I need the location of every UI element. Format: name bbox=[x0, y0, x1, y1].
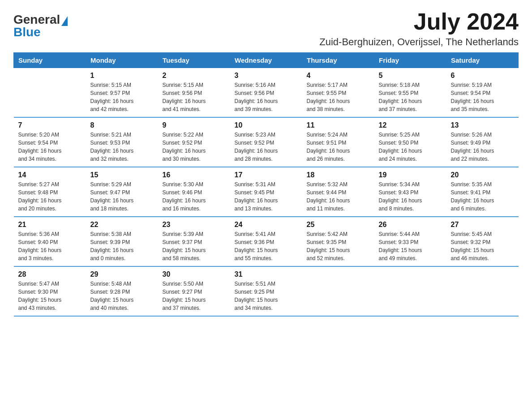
calendar-cell: 7Sunrise: 5:20 AMSunset: 9:54 PMDaylight… bbox=[14, 117, 86, 167]
day-number: 4 bbox=[307, 72, 370, 80]
calendar-cell: 22Sunrise: 5:38 AMSunset: 9:39 PMDayligh… bbox=[86, 217, 158, 266]
day-info: Sunrise: 5:20 AMSunset: 9:54 PMDaylight:… bbox=[18, 131, 82, 163]
calendar-cell: 31Sunrise: 5:51 AMSunset: 9:25 PMDayligh… bbox=[230, 266, 302, 316]
day-info: Sunrise: 5:39 AMSunset: 9:37 PMDaylight:… bbox=[163, 230, 226, 262]
calendar-cell: 25Sunrise: 5:42 AMSunset: 9:35 PMDayligh… bbox=[302, 217, 374, 266]
calendar-cell: 28Sunrise: 5:47 AMSunset: 9:30 PMDayligh… bbox=[14, 266, 86, 316]
day-info: Sunrise: 5:48 AMSunset: 9:28 PMDaylight:… bbox=[90, 280, 154, 312]
calendar-cell: 3Sunrise: 5:16 AMSunset: 9:56 PMDaylight… bbox=[230, 68, 302, 118]
calendar-table: SundayMondayTuesdayWednesdayThursdayFrid… bbox=[13, 52, 519, 317]
day-number: 9 bbox=[163, 121, 226, 129]
calendar-cell bbox=[374, 266, 446, 316]
header-monday: Monday bbox=[86, 53, 158, 68]
calendar-cell: 4Sunrise: 5:17 AMSunset: 9:55 PMDaylight… bbox=[302, 68, 374, 118]
day-number: 10 bbox=[235, 121, 298, 129]
day-number: 26 bbox=[379, 221, 442, 229]
day-number: 20 bbox=[451, 171, 514, 179]
day-info: Sunrise: 5:27 AMSunset: 9:48 PMDaylight:… bbox=[18, 180, 82, 213]
header-friday: Friday bbox=[374, 53, 446, 68]
day-number: 12 bbox=[379, 121, 442, 129]
location-subtitle: Zuid-Berghuizen, Overijssel, The Netherl… bbox=[319, 36, 519, 48]
calendar-cell: 19Sunrise: 5:34 AMSunset: 9:43 PMDayligh… bbox=[374, 167, 446, 217]
calendar-cell: 11Sunrise: 5:24 AMSunset: 9:51 PMDayligh… bbox=[302, 117, 374, 167]
calendar-cell bbox=[302, 266, 374, 316]
calendar-cell: 20Sunrise: 5:35 AMSunset: 9:41 PMDayligh… bbox=[446, 167, 519, 217]
calendar-cell: 5Sunrise: 5:18 AMSunset: 9:55 PMDaylight… bbox=[374, 68, 446, 118]
calendar-cell: 2Sunrise: 5:15 AMSunset: 9:56 PMDaylight… bbox=[158, 68, 230, 118]
calendar-cell: 8Sunrise: 5:21 AMSunset: 9:53 PMDaylight… bbox=[86, 117, 158, 167]
day-number: 25 bbox=[307, 221, 370, 229]
day-info: Sunrise: 5:38 AMSunset: 9:39 PMDaylight:… bbox=[90, 230, 154, 262]
calendar-header-row: SundayMondayTuesdayWednesdayThursdayFrid… bbox=[14, 53, 519, 68]
calendar-cell: 1Sunrise: 5:15 AMSunset: 9:57 PMDaylight… bbox=[86, 68, 158, 118]
calendar-week-row: 28Sunrise: 5:47 AMSunset: 9:30 PMDayligh… bbox=[14, 266, 519, 316]
month-year-title: July 2024 bbox=[319, 9, 519, 34]
header-sunday: Sunday bbox=[14, 53, 86, 68]
calendar-cell: 30Sunrise: 5:50 AMSunset: 9:27 PMDayligh… bbox=[158, 266, 230, 316]
calendar-cell: 16Sunrise: 5:30 AMSunset: 9:46 PMDayligh… bbox=[158, 167, 230, 217]
day-info: Sunrise: 5:35 AMSunset: 9:41 PMDaylight:… bbox=[451, 180, 514, 213]
day-info: Sunrise: 5:15 AMSunset: 9:56 PMDaylight:… bbox=[163, 81, 226, 113]
day-info: Sunrise: 5:26 AMSunset: 9:49 PMDaylight:… bbox=[451, 131, 514, 163]
day-info: Sunrise: 5:51 AMSunset: 9:25 PMDaylight:… bbox=[235, 280, 298, 312]
header-wednesday: Wednesday bbox=[230, 53, 302, 68]
calendar-cell: 21Sunrise: 5:36 AMSunset: 9:40 PMDayligh… bbox=[14, 217, 86, 266]
day-info: Sunrise: 5:41 AMSunset: 9:36 PMDaylight:… bbox=[235, 230, 298, 262]
calendar-cell: 6Sunrise: 5:19 AMSunset: 9:54 PMDaylight… bbox=[446, 68, 519, 118]
calendar-cell: 15Sunrise: 5:29 AMSunset: 9:47 PMDayligh… bbox=[86, 167, 158, 217]
day-number: 17 bbox=[235, 171, 298, 179]
day-info: Sunrise: 5:19 AMSunset: 9:54 PMDaylight:… bbox=[451, 81, 514, 113]
day-info: Sunrise: 5:17 AMSunset: 9:55 PMDaylight:… bbox=[307, 81, 370, 113]
day-number: 28 bbox=[18, 270, 82, 278]
calendar-cell: 24Sunrise: 5:41 AMSunset: 9:36 PMDayligh… bbox=[230, 217, 302, 266]
day-info: Sunrise: 5:34 AMSunset: 9:43 PMDaylight:… bbox=[379, 180, 442, 213]
calendar-cell: 10Sunrise: 5:23 AMSunset: 9:52 PMDayligh… bbox=[230, 117, 302, 167]
calendar-week-row: 14Sunrise: 5:27 AMSunset: 9:48 PMDayligh… bbox=[14, 167, 519, 217]
day-info: Sunrise: 5:36 AMSunset: 9:40 PMDaylight:… bbox=[18, 230, 82, 262]
day-number: 16 bbox=[163, 171, 226, 179]
day-info: Sunrise: 5:50 AMSunset: 9:27 PMDaylight:… bbox=[163, 280, 226, 312]
calendar-cell bbox=[446, 266, 519, 316]
calendar-cell: 13Sunrise: 5:26 AMSunset: 9:49 PMDayligh… bbox=[446, 117, 519, 167]
calendar-week-row: 21Sunrise: 5:36 AMSunset: 9:40 PMDayligh… bbox=[14, 217, 519, 266]
logo-general: General bbox=[13, 13, 60, 26]
header-saturday: Saturday bbox=[446, 53, 519, 68]
day-number: 6 bbox=[451, 72, 514, 80]
day-info: Sunrise: 5:25 AMSunset: 9:50 PMDaylight:… bbox=[379, 131, 442, 163]
day-info: Sunrise: 5:29 AMSunset: 9:47 PMDaylight:… bbox=[90, 180, 154, 213]
day-info: Sunrise: 5:42 AMSunset: 9:35 PMDaylight:… bbox=[307, 230, 370, 262]
logo-blue: Blue bbox=[13, 25, 41, 39]
calendar-cell: 23Sunrise: 5:39 AMSunset: 9:37 PMDayligh… bbox=[158, 217, 230, 266]
day-number: 23 bbox=[163, 221, 226, 229]
calendar-cell: 14Sunrise: 5:27 AMSunset: 9:48 PMDayligh… bbox=[14, 167, 86, 217]
calendar-cell: 9Sunrise: 5:22 AMSunset: 9:52 PMDaylight… bbox=[158, 117, 230, 167]
header-tuesday: Tuesday bbox=[158, 53, 230, 68]
day-info: Sunrise: 5:15 AMSunset: 9:57 PMDaylight:… bbox=[90, 81, 154, 113]
header-thursday: Thursday bbox=[302, 53, 374, 68]
logo: General Blue bbox=[13, 13, 68, 39]
day-number: 22 bbox=[90, 221, 154, 229]
day-number: 15 bbox=[90, 171, 154, 179]
calendar-cell bbox=[14, 68, 86, 118]
day-number: 14 bbox=[18, 171, 82, 179]
day-info: Sunrise: 5:31 AMSunset: 9:45 PMDaylight:… bbox=[235, 180, 298, 213]
calendar-cell: 18Sunrise: 5:32 AMSunset: 9:44 PMDayligh… bbox=[302, 167, 374, 217]
day-number: 29 bbox=[90, 270, 154, 278]
day-number: 13 bbox=[451, 121, 514, 129]
day-info: Sunrise: 5:24 AMSunset: 9:51 PMDaylight:… bbox=[307, 131, 370, 163]
day-number: 5 bbox=[379, 72, 442, 80]
calendar-cell: 26Sunrise: 5:44 AMSunset: 9:33 PMDayligh… bbox=[374, 217, 446, 266]
day-number: 3 bbox=[235, 72, 298, 80]
day-info: Sunrise: 5:45 AMSunset: 9:32 PMDaylight:… bbox=[451, 230, 514, 262]
day-number: 30 bbox=[163, 270, 226, 278]
title-section: July 2024 Zuid-Berghuizen, Overijssel, T… bbox=[319, 9, 519, 48]
page-header: General Blue July 2024 Zuid-Berghuizen, … bbox=[13, 9, 519, 48]
day-number: 2 bbox=[163, 72, 226, 80]
calendar-week-row: 7Sunrise: 5:20 AMSunset: 9:54 PMDaylight… bbox=[14, 117, 519, 167]
day-number: 8 bbox=[90, 121, 154, 129]
day-info: Sunrise: 5:30 AMSunset: 9:46 PMDaylight:… bbox=[163, 180, 226, 213]
day-number: 1 bbox=[90, 72, 154, 80]
day-info: Sunrise: 5:47 AMSunset: 9:30 PMDaylight:… bbox=[18, 280, 82, 312]
day-number: 21 bbox=[18, 221, 82, 229]
calendar-cell: 12Sunrise: 5:25 AMSunset: 9:50 PMDayligh… bbox=[374, 117, 446, 167]
